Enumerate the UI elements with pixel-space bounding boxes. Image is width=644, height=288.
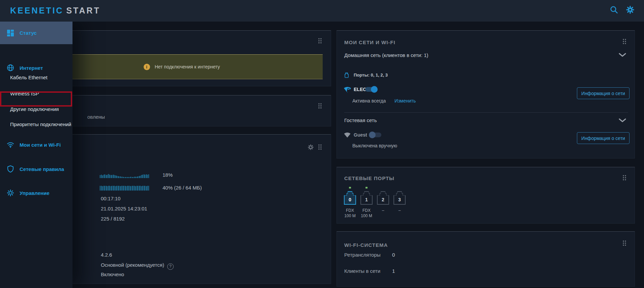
chevron-down-icon[interactable]: [619, 53, 626, 57]
guest-wifi-toggle[interactable]: [370, 133, 381, 137]
sidebar-item-label: Статус: [20, 30, 37, 36]
home-network-info-button[interactable]: Информация о сети: [577, 87, 630, 99]
my-networks-panel: МОИ СЕТИ И WI-FI Домашняя сеть (клиентов…: [336, 30, 635, 159]
guest-network-label[interactable]: Гостевая сеть: [344, 117, 377, 123]
sidebar-item-label: Мои сети и Wi-Fi: [20, 142, 61, 148]
sidebar-item-статус[interactable]: Статус: [0, 22, 72, 44]
port-link-info: FDX100 M: [344, 208, 356, 219]
home-wifi-toggle[interactable]: [365, 87, 377, 92]
row-value: 1: [392, 268, 395, 274]
connections-value: 225 / 8192: [101, 216, 125, 222]
dashboard-icon: [7, 29, 14, 37]
sidebar-item-label: Другие подключения: [10, 106, 59, 112]
system-panel: 18% 40% (26 / 64 МБ) 00:17:10 21.01.2025…: [32, 134, 331, 284]
alert-text: Нет подключения к интернету: [155, 64, 220, 69]
drag-handle-icon[interactable]: [622, 240, 627, 247]
section-divider: [344, 112, 628, 113]
port-number: 3: [393, 197, 406, 202]
cpu-usage-value: 18%: [163, 172, 173, 178]
sidebar-menu: СтатусИнтернетКабель EthernetWireless IS…: [0, 22, 72, 288]
auto-update-state-value: Включено: [101, 271, 124, 277]
guest-network-info-button[interactable]: Информация о сети: [577, 132, 630, 144]
port-activity-led: [349, 187, 351, 189]
release-channel-text: Основной (рекомендуется): [101, 262, 164, 268]
port-connector-icon: 3: [393, 191, 406, 205]
memory-usage-sparkline: [100, 185, 149, 191]
widget-settings-gear-icon[interactable]: [308, 144, 314, 150]
ethernet-port-0: 0FDX100 M: [344, 191, 356, 219]
sidebar-item-сетевые-правила[interactable]: Сетевые правила: [0, 159, 72, 179]
datetime-value: 21.01.2025 14:23:01: [101, 206, 147, 211]
internet-status-panel: i Нет подключения к интернету: [32, 30, 331, 86]
port-activity-led: [365, 187, 368, 189]
port-number: 2: [377, 197, 389, 202]
sidebar-item-label: Кабель Ethernet: [10, 75, 48, 80]
keenetic-admin-page: i Нет подключения к интернету овлены: [0, 0, 644, 288]
sidebar-item-управление[interactable]: Управление: [0, 183, 72, 203]
panel-title: WI-FI-СИСТЕМА: [344, 242, 388, 248]
home-ports-line: Порты: 0, 1, 2, 3: [354, 73, 388, 78]
ethernet-plug-icon: [344, 72, 349, 78]
network-ports-panel: СЕТЕВЫЕ ПОРТЫ 0FDX100 M1FDX100 M2–3–: [336, 167, 635, 224]
info-icon: i: [144, 64, 150, 70]
chevron-down-icon[interactable]: [619, 118, 626, 122]
panel-title: МОИ СЕТИ И WI-FI: [344, 39, 396, 45]
sidebar-item-приоритеты-подключений[interactable]: Приоритеты подключений: [0, 117, 72, 132]
highlight-box: [0, 91, 72, 107]
row-label: Клиенты в сети: [344, 268, 380, 274]
ethernet-port-3: 3–: [393, 191, 406, 213]
wifi-lock-icon: [343, 86, 352, 93]
port-connector-icon: 1: [360, 191, 373, 205]
edit-schedule-link[interactable]: Изменить: [394, 98, 416, 104]
port-connector-icon: 2: [377, 191, 389, 205]
logo-secondary: START: [66, 6, 100, 15]
settings-gear-icon[interactable]: [626, 5, 635, 14]
home-network-label[interactable]: Домашняя сеть (клиентов в сети: 1): [344, 52, 428, 58]
port-link-info: FDX100 M: [360, 208, 373, 219]
sidebar-item-label: Сетевые правила: [20, 166, 64, 172]
port-link-info: –: [393, 208, 406, 213]
drag-handle-icon[interactable]: [622, 174, 627, 181]
search-icon[interactable]: [610, 5, 618, 14]
port-number: 1: [360, 197, 373, 202]
drag-handle-icon[interactable]: [622, 38, 627, 45]
memory-usage-value: 40% (26 / 64 МБ): [163, 185, 202, 191]
home-ssid-label: ELEO: [354, 87, 367, 92]
no-internet-alert: i Нет подключения к интернету: [41, 54, 323, 79]
drag-handle-icon[interactable]: [318, 37, 322, 44]
wifi-system-panel: WI-FI-СИСТЕМА Ретрансляторы0Клиенты в се…: [336, 231, 635, 287]
row-label: Ретрансляторы: [344, 252, 381, 258]
panel-title: СЕТЕВЫЕ ПОРТЫ: [344, 175, 394, 181]
row-value: 0: [392, 252, 395, 258]
sidebar-item-label: Управление: [20, 190, 50, 196]
wifi-guest-icon: [344, 132, 351, 138]
sidebar-item-label: Приоритеты подключений: [10, 121, 71, 127]
keenetic-logo: KEENETICSTART: [10, 6, 100, 16]
ethernet-port-2: 2–: [377, 191, 389, 213]
shield-icon: [7, 165, 14, 173]
cpu-usage-sparkline: [100, 172, 149, 178]
wifi-system-row: Ретрансляторы0: [344, 252, 381, 258]
wifi-system-row: Клиенты в сети1: [344, 268, 380, 274]
home-schedule-text: Активна всегда Изменить: [352, 98, 416, 104]
guest-state-text: Выключена вручную: [352, 143, 397, 148]
firmware-version-value: 4.2.6: [101, 252, 112, 258]
uptime-value: 00:17:10: [101, 196, 120, 201]
updates-status-text: овлены: [87, 114, 105, 120]
logo-primary: KEENETIC: [10, 6, 63, 15]
sidebar-item-кабель-ethernet[interactable]: Кабель Ethernet: [0, 70, 72, 85]
topbar: KEENETICSTART: [0, 0, 644, 22]
ethernet-port-1: 1FDX100 M: [360, 191, 373, 219]
drag-handle-icon[interactable]: [318, 144, 322, 150]
gear-icon: [7, 189, 14, 197]
drag-handle-icon[interactable]: [318, 103, 322, 109]
wifi-icon: [7, 141, 14, 148]
help-question-icon[interactable]: ?: [167, 263, 174, 270]
guest-ssid-label: Guest: [354, 132, 367, 138]
release-channel-value: Основной (рекомендуется)?: [101, 262, 174, 270]
port-link-info: –: [377, 208, 389, 213]
sidebar-item-мои-сети-и-wi-fi[interactable]: Мои сети и Wi-Fi: [0, 135, 72, 154]
port-connector-icon: 0: [344, 191, 356, 205]
updates-panel: овлены: [32, 95, 331, 126]
port-number: 0: [344, 197, 356, 202]
